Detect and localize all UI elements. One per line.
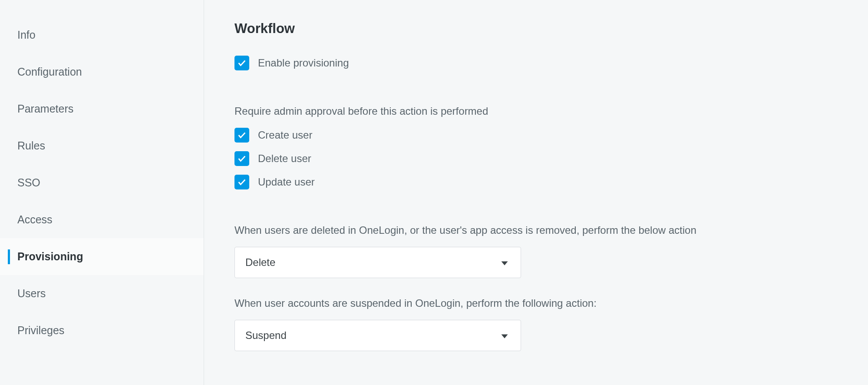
sidebar-item-label: Provisioning (17, 250, 83, 262)
sidebar-item-sso[interactable]: SSO (0, 164, 204, 201)
caret-down-icon (501, 256, 508, 269)
approval-delete-checkbox[interactable] (234, 151, 249, 166)
sidebar-item-label: Access (17, 213, 53, 226)
sidebar: Info Configuration Parameters Rules SSO … (0, 0, 204, 385)
sidebar-item-rules[interactable]: Rules (0, 127, 204, 164)
main-panel: Workflow Enable provisioning Require adm… (204, 0, 868, 385)
delete-action-value: Delete (245, 256, 275, 269)
approval-delete-row: Delete user (234, 151, 838, 166)
check-icon (237, 58, 247, 68)
enable-provisioning-label: Enable provisioning (258, 57, 349, 69)
approval-create-label: Create user (258, 129, 312, 141)
sidebar-item-info[interactable]: Info (0, 17, 204, 53)
suspend-action-value: Suspend (245, 329, 287, 342)
enable-provisioning-checkbox[interactable] (234, 56, 249, 70)
sidebar-item-parameters[interactable]: Parameters (0, 90, 204, 127)
check-icon (237, 154, 247, 163)
enable-provisioning-row: Enable provisioning (234, 56, 838, 70)
caret-down-icon (501, 329, 508, 342)
sidebar-item-label: Configuration (17, 66, 82, 78)
approval-create-checkbox[interactable] (234, 128, 249, 143)
sidebar-item-label: Users (17, 287, 46, 299)
sidebar-item-configuration[interactable]: Configuration (0, 53, 204, 90)
sidebar-item-privileges[interactable]: Privileges (0, 312, 204, 349)
delete-action-label: When users are deleted in OneLogin, or t… (234, 224, 838, 236)
sidebar-item-access[interactable]: Access (0, 201, 204, 238)
delete-action-select[interactable]: Delete (234, 247, 521, 278)
check-icon (237, 177, 247, 187)
check-icon (237, 130, 247, 140)
approval-update-label: Update user (258, 176, 315, 188)
approval-update-checkbox[interactable] (234, 175, 249, 189)
section-title: Workflow (234, 21, 838, 37)
sidebar-item-users[interactable]: Users (0, 275, 204, 312)
approval-create-row: Create user (234, 128, 838, 143)
sidebar-item-label: Parameters (17, 103, 73, 115)
approval-delete-label: Delete user (258, 153, 311, 165)
sidebar-item-label: SSO (17, 176, 40, 189)
sidebar-item-label: Rules (17, 139, 45, 152)
approval-heading: Require admin approval before this actio… (234, 105, 838, 117)
sidebar-item-provisioning[interactable]: Provisioning (0, 238, 204, 275)
suspend-action-label: When user accounts are suspended in OneL… (234, 297, 838, 309)
sidebar-item-label: Privileges (17, 324, 64, 336)
approval-update-row: Update user (234, 175, 838, 189)
sidebar-item-label: Info (17, 29, 36, 41)
suspend-action-select[interactable]: Suspend (234, 320, 521, 351)
